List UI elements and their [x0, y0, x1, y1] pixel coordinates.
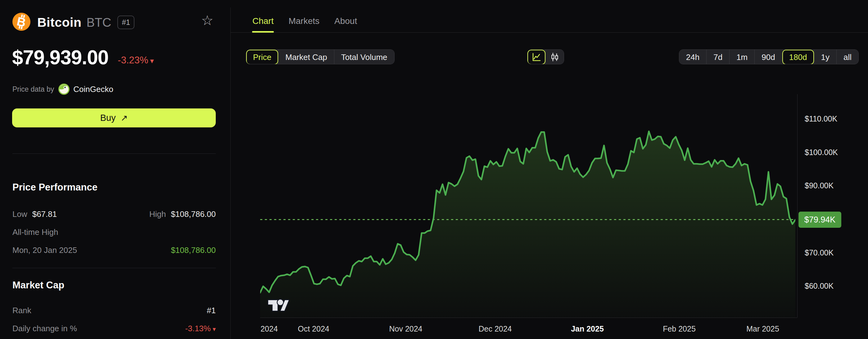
chart-type-toggle-group — [527, 49, 564, 64]
x-axis-tick: Mar 2025 — [746, 324, 779, 333]
tab-markets[interactable]: Markets — [288, 16, 319, 33]
tab-about[interactable]: About — [334, 16, 357, 33]
metric-toggle-group: Price Market Cap Total Volume — [246, 49, 395, 64]
coin-sidebar: B Bitcoin BTC #1 ☆ $79,939.00 -3.23%▾ Pr… — [0, 0, 230, 339]
candlestick-icon[interactable] — [546, 50, 564, 64]
y-axis-tick: $100.00K — [805, 148, 838, 157]
active-tab-underline — [252, 31, 274, 33]
x-axis-tick: 2024 — [260, 324, 278, 333]
x-axis-tick: Jan 2025 — [571, 324, 604, 333]
market-cap-title: Market Cap — [12, 280, 64, 291]
range-1m-button[interactable]: 1m — [729, 50, 754, 64]
chart-bottom-axis-line — [260, 317, 797, 318]
metric-marketcap-button[interactable]: Market Cap — [278, 50, 334, 64]
down-triangle-icon: ▾ — [150, 57, 154, 65]
current-price: $79,939.00 — [12, 46, 108, 69]
time-range-group: 24h 7d 1m 90d 180d 1y all — [679, 49, 859, 64]
x-axis-tick: Oct 2024 — [298, 324, 329, 333]
low-value: $67.81 — [32, 209, 57, 219]
bitcoin-logo-icon: B — [12, 13, 30, 32]
coin-name: Bitcoin — [37, 15, 81, 30]
favorite-star-icon[interactable]: ☆ — [201, 14, 213, 27]
y-axis-tick: $110.00K — [805, 114, 837, 123]
y-axis-tick: $90.00K — [805, 181, 834, 190]
range-7d-button[interactable]: 7d — [706, 50, 729, 64]
price-chart[interactable] — [260, 94, 795, 317]
low-label: Low — [12, 209, 27, 219]
divider — [12, 268, 216, 268]
buy-button[interactable]: Buy ↗ — [12, 108, 216, 128]
down-triangle-icon: ▾ — [213, 326, 216, 333]
x-axis-tick: Nov 2024 — [389, 324, 422, 333]
range-all-button[interactable]: all — [836, 50, 858, 64]
high-value: $108,786.00 — [171, 209, 216, 219]
ath-row: Mon, 20 Jan 2025 $108,786.00 — [12, 246, 216, 255]
price-change-24h: -3.23%▾ — [118, 55, 154, 66]
rank-label: Rank — [12, 306, 31, 315]
range-180d-button[interactable]: 180d — [782, 50, 814, 64]
x-axis-tick: Dec 2024 — [478, 324, 512, 333]
range-24h-button[interactable]: 24h — [679, 50, 706, 64]
rank-row: Rank #1 — [12, 306, 216, 315]
current-price-badge: $79.94K — [799, 211, 841, 228]
ath-date: Mon, 20 Jan 2025 — [12, 246, 77, 255]
coin-header: B Bitcoin BTC #1 — [12, 13, 134, 32]
rank-value: #1 — [207, 306, 216, 315]
price-data-attribution: Price data by CoinGecko — [12, 83, 113, 95]
ath-value: $108,786.00 — [171, 246, 216, 255]
daily-change-label: Daily change in % — [12, 324, 77, 333]
y-axis-tick: $70.00K — [805, 248, 834, 257]
daily-change-row: Daily change in % -3.13%▾ — [12, 324, 216, 333]
low-high-row: Low $67.81 High $108,786.00 — [12, 209, 216, 219]
divider — [12, 153, 216, 154]
arrow-up-right-icon: ↗ — [121, 113, 128, 123]
range-1y-button[interactable]: 1y — [814, 50, 836, 64]
line-chart-icon[interactable] — [527, 50, 546, 64]
metric-totalvolume-button[interactable]: Total Volume — [334, 50, 394, 64]
attribution-prefix: Price data by — [12, 85, 54, 93]
ath-label: All-time High — [12, 227, 58, 237]
metric-price-button[interactable]: Price — [246, 50, 278, 64]
y-axis-tick: $60.00K — [805, 282, 834, 290]
price-performance-title: Price Performance — [12, 182, 97, 193]
chart-right-axis-line — [797, 94, 798, 317]
ath-label-row: All-time High — [12, 227, 216, 237]
daily-change-value: -3.13%▾ — [185, 324, 216, 333]
x-axis-tick: Feb 2025 — [663, 324, 696, 333]
rank-badge: #1 — [117, 16, 134, 29]
range-90d-button[interactable]: 90d — [754, 50, 782, 64]
vertical-divider — [230, 7, 231, 339]
tradingview-logo-icon[interactable] — [266, 298, 289, 314]
coingecko-logo-icon — [58, 84, 69, 95]
coin-symbol: BTC — [86, 16, 111, 30]
price-row: $79,939.00 -3.23%▾ — [12, 46, 154, 69]
high-label: High — [149, 209, 166, 219]
attribution-provider: CoinGecko — [73, 85, 113, 94]
